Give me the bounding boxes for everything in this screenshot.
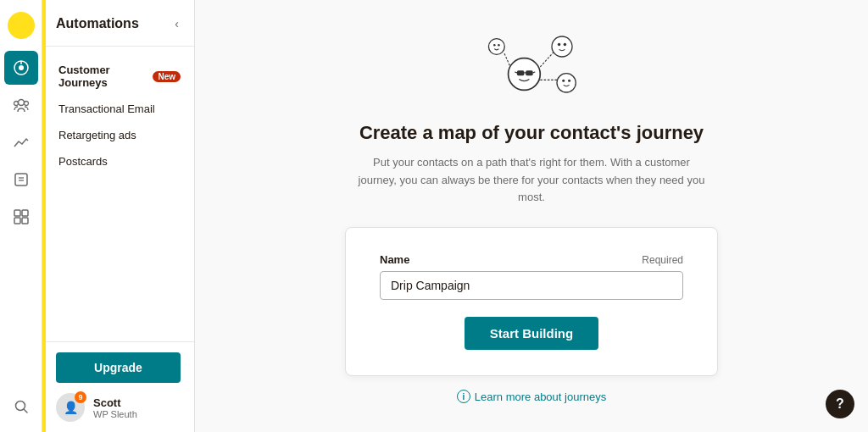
svg-point-26 [557, 74, 576, 92]
learn-more-label: Learn more about journeys [475, 390, 606, 403]
svg-point-3 [19, 65, 24, 70]
sidebar: Automations ‹ Customer Journeys New Tran… [42, 0, 195, 432]
name-input[interactable] [380, 271, 683, 300]
start-building-button[interactable]: Start Building [465, 317, 598, 350]
avatar: 👤 9 [56, 393, 85, 422]
sidebar-item-customer-journeys[interactable]: Customer Journeys New [42, 57, 194, 96]
sidebar-collapse-button[interactable]: ‹ [173, 15, 181, 32]
nav-dashboard-icon[interactable] [4, 200, 38, 234]
svg-line-34 [504, 53, 509, 65]
sidebar-item-transactional-email[interactable]: Transactional Email [42, 96, 194, 122]
nav-automations-icon[interactable] [4, 51, 38, 85]
form-submit: Start Building [380, 317, 683, 350]
logo: 🐵 [4, 8, 38, 42]
learn-more-link[interactable]: i Learn more about journeys [457, 390, 606, 403]
svg-point-24 [558, 43, 560, 46]
svg-rect-13 [14, 218, 20, 224]
svg-line-21 [515, 72, 517, 73]
svg-point-28 [568, 80, 570, 82]
sidebar-nav: Customer Journeys New Transactional Emai… [42, 47, 194, 341]
svg-line-32 [540, 53, 553, 67]
svg-point-29 [488, 38, 504, 54]
sidebar-item-retargeting-ads[interactable]: Retargeting ads [42, 122, 194, 148]
form-name-row: Name Required [380, 253, 683, 300]
nav-audience-icon[interactable] [4, 88, 38, 122]
svg-rect-14 [22, 218, 28, 224]
sidebar-item-label: Retargeting ads [58, 129, 136, 141]
svg-line-22 [533, 72, 536, 73]
sidebar-item-label: Transactional Email [58, 102, 155, 115]
name-label: Name [380, 253, 409, 266]
main-content: Create a map of your contact's journey P… [195, 0, 868, 432]
sidebar-item-postcards[interactable]: Postcards [42, 148, 194, 174]
svg-point-5 [18, 100, 24, 106]
hero-subtitle: Put your contacts on a path that's right… [353, 154, 709, 207]
svg-rect-12 [22, 210, 28, 216]
icon-bar: 🐵 [0, 0, 42, 432]
svg-rect-19 [526, 70, 533, 75]
user-name: Scott [93, 396, 137, 409]
nav-search-icon[interactable] [4, 390, 38, 424]
info-icon: i [457, 390, 470, 403]
sidebar-accent [42, 0, 46, 432]
hero-title: Create a map of your contact's journey [359, 122, 704, 144]
svg-line-16 [24, 409, 27, 413]
help-button[interactable]: ? [826, 390, 854, 418]
svg-point-0 [8, 12, 35, 39]
nav-content-icon[interactable] [4, 163, 38, 197]
svg-point-23 [552, 36, 572, 57]
nav-campaigns-icon[interactable] [4, 125, 38, 159]
sidebar-bottom: Upgrade 👤 9 Scott WP Sleuth [42, 341, 194, 432]
svg-point-17 [509, 58, 541, 91]
upgrade-button[interactable]: Upgrade [56, 352, 181, 383]
user-info[interactable]: 👤 9 Scott WP Sleuth [56, 383, 181, 422]
sidebar-title: Automations [56, 16, 139, 31]
nav-bottom [4, 390, 38, 432]
svg-point-7 [24, 102, 28, 106]
required-label: Required [642, 254, 683, 266]
svg-point-30 [493, 44, 496, 47]
user-text: Scott WP Sleuth [93, 396, 137, 419]
user-role: WP Sleuth [93, 409, 137, 419]
svg-point-27 [562, 80, 565, 82]
sidebar-header: Automations ‹ [42, 0, 194, 47]
form-label-row: Name Required [380, 253, 683, 266]
svg-rect-11 [14, 210, 20, 216]
hero-section: Create a map of your contact's journey P… [320, 29, 743, 403]
svg-rect-8 [15, 174, 27, 186]
svg-point-25 [564, 43, 566, 46]
new-badge: New [153, 71, 181, 82]
journey-illustration [481, 29, 582, 105]
svg-point-31 [498, 44, 500, 47]
svg-point-6 [14, 102, 18, 106]
svg-rect-18 [517, 70, 525, 75]
sidebar-item-label: Postcards [58, 155, 108, 168]
sidebar-item-label: Customer Journeys [58, 64, 146, 89]
form-card: Name Required Start Building [345, 227, 718, 376]
notification-badge: 9 [75, 391, 86, 403]
